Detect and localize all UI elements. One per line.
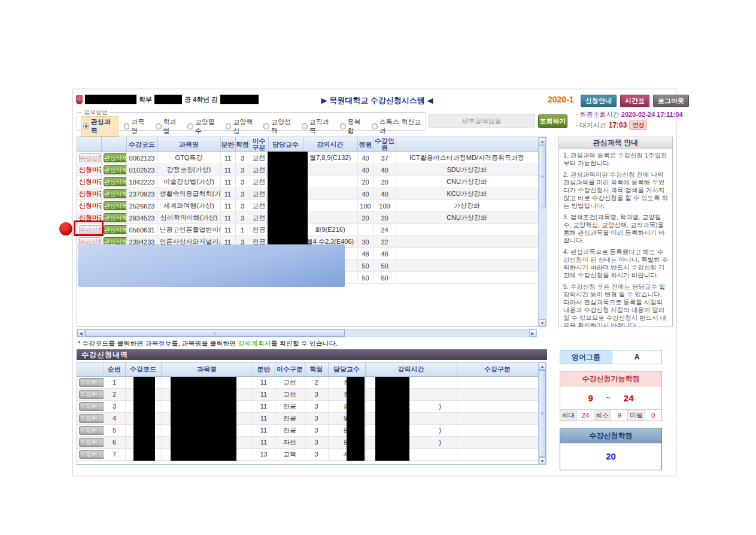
course-info-link[interactable]: 과목정보: [145, 340, 171, 347]
radio-teaching[interactable]: 교직과목: [302, 117, 335, 135]
redacted-major: [154, 95, 182, 104]
last-refresh-line: · 최종조회시간 2020-02-24 17:11:04: [576, 110, 683, 119]
course-registration-app: 학부 공 4학년 김 ▶ 목원대학교 수강신청시스템 ◀ 2020-1 신청안내…: [0, 0, 756, 535]
closed-label: 신청마감: [79, 190, 101, 197]
blue-redaction-overlay: [78, 244, 345, 287]
course-code[interactable]: 0102523: [126, 164, 157, 176]
hint-line: * 수강코드를 클릭하면 과목정보를, 과목명을 클릭하면 강의계획서를 확인할…: [78, 339, 338, 348]
radio-icon: [124, 123, 130, 129]
scroll-down-icon[interactable]: ▼: [539, 319, 546, 327]
closed-label: 신청마감: [79, 202, 101, 209]
radio-icon: [302, 123, 308, 129]
col-enrolled: 수강인원: [374, 137, 396, 152]
col-action: [77, 137, 101, 152]
course-code[interactable]: 2934523: [126, 212, 157, 224]
radio-convergence[interactable]: 융복합: [340, 117, 366, 135]
course-name[interactable]: 난광고언론졸업반이다: [157, 224, 220, 236]
radio-course-name[interactable]: 과목명: [124, 117, 150, 135]
cancel-button[interactable]: 수강취소: [79, 414, 104, 423]
english-group-value: A: [612, 350, 661, 364]
user-segment2: 공 4학년 김: [184, 95, 218, 104]
english-group-box: 영어그룹 A: [560, 350, 662, 364]
course-name[interactable]: 감정코칭(가상): [157, 164, 220, 176]
radio-selected-icon: [83, 123, 89, 129]
radio-icon: [187, 123, 193, 129]
course-code[interactable]: 1842223: [126, 176, 157, 188]
col-cancel: [77, 362, 104, 376]
detail-search-box[interactable]: 세부검색없음: [429, 114, 535, 128]
enrolled-header-row: 순번 수강코드 과목명 분반 이수구분 학점 담당교수 강의시간 수강구분: [77, 362, 538, 376]
radio-icon: [263, 123, 269, 129]
favorites-table-wrap: 수강코드 과목명 분반 학점 이수구분 담당교수 강의시간 정원 수강인원 수강…: [77, 137, 539, 327]
notice-item: 2. 관심과목이란 수강신청 전에 나의 관심과목을 미리 목록에 등록해 두었…: [563, 171, 668, 210]
course-name[interactable]: 미술감상법(가상): [157, 176, 220, 188]
col-name: 과목명: [161, 362, 253, 376]
cancel-button[interactable]: 수강취소: [79, 378, 104, 387]
name-redaction-box: [171, 377, 236, 461]
cancel-button[interactable]: 수강취소: [79, 426, 104, 435]
closed-label: 신청마감: [79, 178, 101, 185]
timetable-button[interactable]: 시간표: [620, 95, 649, 107]
col-time: 강의시간: [365, 362, 457, 376]
annotation-red-circle: [59, 222, 72, 235]
scroll-down-icon[interactable]: ▼: [539, 457, 546, 464]
enrolled-scrollbar[interactable]: ▲ ≡ ▼: [538, 362, 546, 465]
favorites-header-row: 수강코드 과목명 분반 학점 이수구분 담당교수 강의시간 정원 수강인원: [77, 137, 538, 152]
radio-liberal-core[interactable]: 교양핵심: [226, 117, 259, 135]
remove-favorite-button[interactable]: 관심삭제: [104, 177, 127, 186]
wait-time-value: 17:03: [609, 121, 627, 129]
col-no: 순번: [104, 362, 125, 376]
course-code[interactable]: 2526623: [126, 200, 157, 212]
redacted-name: [220, 95, 259, 104]
remove-favorite-button[interactable]: 관심삭제: [104, 153, 127, 162]
scroll-thumb[interactable]: ≡: [85, 330, 345, 337]
radio-department[interactable]: 학과별: [156, 117, 182, 135]
scroll-thumb[interactable]: ≡: [539, 370, 546, 457]
scroll-thumb[interactable]: ≡: [539, 145, 546, 207]
code-redaction-box: [133, 377, 155, 461]
scroll-up-icon[interactable]: ▲: [539, 137, 546, 144]
cancel-button[interactable]: 수강취소: [79, 390, 104, 399]
radio-liberal-required[interactable]: 교양필수: [187, 117, 220, 135]
scroll-left-icon[interactable]: ◀: [77, 330, 84, 337]
favorites-scrollbar[interactable]: ▲ ≡ ▼: [538, 137, 546, 327]
remove-favorite-button[interactable]: 관심삭제: [104, 165, 127, 174]
logout-button[interactable]: 로그아웃: [653, 95, 689, 107]
tilde: ~: [606, 394, 611, 402]
course-code[interactable]: 2370923: [126, 188, 157, 200]
course-name[interactable]: 생활속의응급처치(가상): [157, 188, 220, 200]
syllabus-link[interactable]: 강의계획서: [238, 340, 271, 347]
course-name[interactable]: 심리학의이해(가상): [157, 212, 220, 224]
min-value: 9: [611, 410, 628, 421]
course-name[interactable]: GTQ특강: [157, 152, 220, 164]
remove-favorite-button[interactable]: 관심삭제: [104, 201, 127, 210]
horizontal-scrollbar[interactable]: ◀ ≡ ▶: [77, 329, 537, 337]
cancel-button[interactable]: 수강취소: [79, 450, 104, 459]
remove-favorite-button[interactable]: 관심삭제: [104, 225, 127, 234]
scroll-right-icon[interactable]: ▶: [529, 330, 536, 337]
redacted-department: [85, 95, 136, 104]
credit-min: 9: [588, 393, 593, 403]
guide-button[interactable]: 신청안내: [581, 95, 617, 107]
radio-liberal-elective[interactable]: 교양선택: [263, 117, 296, 135]
cancel-button[interactable]: 수강취소: [79, 402, 104, 411]
course-code[interactable]: 0560631: [126, 224, 157, 236]
last-refresh-time: 2020-02-24 17:11:04: [621, 111, 683, 118]
favorite-row: 수강신청 관심삭제 0062123 GTQ특강 11 3 교선 월7,8,9(C…: [77, 152, 538, 164]
col-type: 이수구분: [275, 362, 305, 376]
cancel-button[interactable]: 수강취소: [79, 438, 104, 447]
scroll-up-icon[interactable]: ▲: [539, 362, 546, 370]
course-name[interactable]: 세계와여행(가상): [157, 200, 220, 212]
remove-favorite-button[interactable]: 관심삭제: [104, 213, 127, 222]
apply-button[interactable]: 수강신청: [79, 153, 101, 162]
extend-button[interactable]: 연장: [629, 120, 647, 130]
radio-favorites[interactable]: 관심과목: [81, 116, 119, 137]
radio-stokes[interactable]: 스톡스·혁신교과: [372, 117, 426, 135]
favorite-row: 신청마감 관심삭제 0102523 감정코칭(가상) 11 3 교선 40 40…: [77, 164, 538, 176]
radio-icon: [156, 123, 162, 129]
notice-item: 1. 관심과목 등록은 수강신청 1주일전부터 가능합니다.: [563, 152, 668, 167]
max-value: 24: [577, 410, 594, 421]
course-code[interactable]: 0062123: [126, 152, 157, 164]
query-button[interactable]: 조회하기: [538, 114, 567, 128]
remove-favorite-button[interactable]: 관심삭제: [104, 189, 127, 198]
